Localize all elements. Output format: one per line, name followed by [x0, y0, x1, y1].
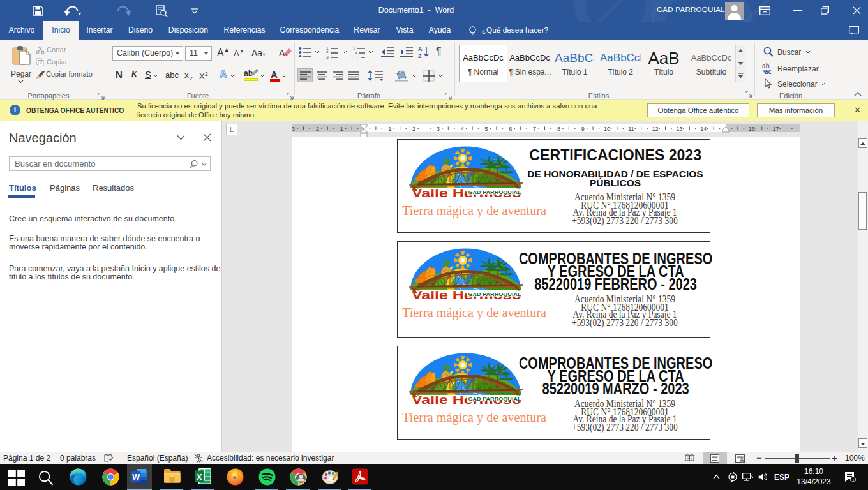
svg-text:7: 7 — [533, 126, 536, 132]
svg-text:Z: Z — [418, 53, 422, 59]
svg-text:9: 9 — [581, 126, 585, 132]
svg-text:8: 8 — [557, 126, 560, 132]
svg-text:1: 1 — [340, 126, 343, 132]
svg-text:13: 13 — [676, 126, 682, 132]
svg-text:ac: ac — [765, 68, 772, 75]
svg-text:1: 1 — [326, 46, 329, 50]
svg-text:X: X — [197, 473, 202, 482]
svg-text:3: 3 — [292, 126, 295, 132]
svg-text:10: 10 — [604, 126, 610, 132]
svg-text:5: 5 — [484, 126, 488, 132]
svg-text:A: A — [279, 48, 285, 58]
svg-text:4: 4 — [461, 126, 464, 132]
svg-text:W: W — [132, 473, 140, 482]
svg-text:A: A — [418, 46, 423, 52]
svg-text:1: 1 — [353, 47, 355, 50]
svg-text:1: 1 — [388, 126, 391, 132]
svg-text:17: 17 — [773, 126, 779, 132]
svg-text:2: 2 — [316, 126, 319, 132]
svg-text:1: 1 — [852, 478, 855, 482]
svg-text:12: 12 — [652, 126, 659, 132]
svg-text:3: 3 — [437, 126, 440, 132]
svg-text:a: a — [355, 51, 357, 55]
svg-text:2: 2 — [412, 126, 415, 132]
svg-text:3: 3 — [326, 55, 329, 59]
svg-text:2: 2 — [326, 50, 329, 55]
svg-text:i: i — [357, 56, 357, 59]
svg-text:14: 14 — [700, 126, 707, 132]
svg-text:6: 6 — [509, 126, 512, 132]
svg-text:11: 11 — [628, 126, 634, 132]
svg-text:16: 16 — [749, 126, 755, 132]
